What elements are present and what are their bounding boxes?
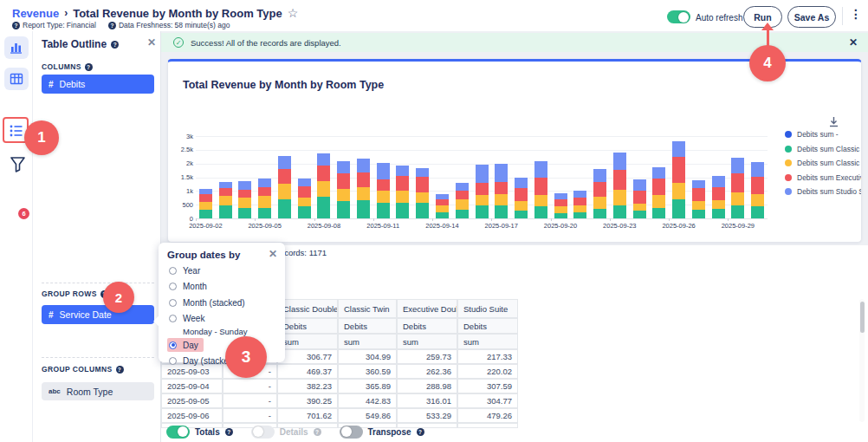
- bar-segment-classic-double[interactable]: [613, 205, 626, 218]
- bar-segment-classic-double[interactable]: [258, 208, 271, 218]
- table-header-cell: Classic Twin: [338, 299, 397, 318]
- auto-refresh-toggle[interactable]: [667, 10, 690, 23]
- annotation-arrow-head: [761, 23, 774, 30]
- legend-item-studio-suite[interactable]: Debits sum Studio Suit...: [785, 185, 861, 199]
- section-divider: [42, 283, 154, 283]
- bar-segment-classic-double[interactable]: [712, 209, 725, 218]
- table-view-icon[interactable]: [4, 68, 29, 90]
- bar-segment-classic-double[interactable]: [476, 205, 489, 218]
- y-axis-tick-label: 1.5k: [167, 173, 193, 181]
- table-cell: 307.59: [457, 379, 518, 393]
- chart-view-icon[interactable]: [4, 36, 29, 59]
- legend-item-executive-double[interactable]: Debits sum Executive D...: [785, 171, 861, 185]
- popup-close-icon[interactable]: ✕: [269, 248, 277, 260]
- bar-segment-classic-double[interactable]: [199, 210, 212, 218]
- table-cell: 549.86: [338, 408, 397, 423]
- table-cell: 701.62: [277, 408, 338, 423]
- gridline: [196, 136, 768, 137]
- bar-segment-classic-double[interactable]: [573, 212, 586, 218]
- x-axis-tick: [314, 218, 315, 221]
- bar-segment-classic-double[interactable]: [692, 210, 705, 218]
- text-type-icon: abc: [49, 387, 61, 395]
- filter-icon[interactable]: [8, 154, 27, 175]
- bar-segment-classic-double[interactable]: [337, 201, 350, 218]
- table-header-cell: sum: [457, 334, 518, 349]
- group-option-month-stacked-[interactable]: Month (stacked): [167, 296, 250, 309]
- bar-segment-classic-double[interactable]: [357, 200, 370, 218]
- radio-button[interactable]: [169, 267, 177, 275]
- bar-segment-classic-double[interactable]: [416, 203, 429, 218]
- bar-segment-classic-double[interactable]: [593, 209, 606, 218]
- bar-segment-classic-double[interactable]: [731, 205, 744, 218]
- details-toggle[interactable]: [251, 426, 275, 439]
- breadcrumb: Revenue › Total Revenue by Month by Room…: [12, 6, 298, 20]
- bar-segment-classic-double[interactable]: [238, 208, 251, 218]
- group-option-day[interactable]: Day: [167, 338, 204, 352]
- bar-segment-classic-double[interactable]: [495, 205, 508, 218]
- pill-service-date[interactable]: # Service Date: [42, 305, 154, 324]
- details-help-icon[interactable]: ?: [314, 428, 321, 436]
- group-option-month[interactable]: Month: [167, 280, 212, 294]
- table-scrollbar[interactable]: [859, 299, 865, 422]
- bar-segment-classic-double[interactable]: [317, 197, 330, 218]
- table-header-cell: Studio Suite: [457, 299, 518, 318]
- bar-segment-classic-double[interactable]: [396, 203, 409, 218]
- data-freshness-help-icon[interactable]: ?: [108, 22, 116, 29]
- totals-help-icon[interactable]: ?: [225, 428, 233, 436]
- radio-button[interactable]: [169, 299, 177, 307]
- bar-segment-classic-double[interactable]: [633, 211, 646, 219]
- bar-segment-classic-double[interactable]: [219, 205, 232, 218]
- bar-segment-classic-double[interactable]: [377, 203, 390, 218]
- bar-segment-classic-double[interactable]: [672, 199, 685, 218]
- y-axis-tick-label: 1k: [167, 187, 193, 195]
- pill-room-type[interactable]: abc Room Type: [42, 382, 154, 400]
- panel-close-icon[interactable]: ✕: [147, 36, 156, 49]
- option-label: Day: [183, 341, 198, 350]
- breadcrumb-separator: ›: [64, 7, 68, 19]
- radio-button[interactable]: [169, 315, 177, 322]
- bar-segment-classic-double[interactable]: [751, 206, 764, 218]
- table-cell: 316.01: [397, 393, 457, 408]
- radio-button[interactable]: [169, 283, 177, 290]
- section-divider: [42, 357, 154, 358]
- transpose-help-icon[interactable]: ?: [417, 428, 424, 436]
- page-title: Total Revenue by Month by Room Type: [73, 7, 282, 20]
- panel-help-icon[interactable]: ?: [111, 41, 119, 49]
- group-option-week[interactable]: Week: [167, 312, 210, 326]
- group-option-year[interactable]: Year: [167, 263, 205, 277]
- popup-title: Group dates by: [167, 250, 276, 260]
- left-icon-rail: 6: [0, 31, 33, 442]
- favorite-star-icon[interactable]: ☆: [288, 6, 299, 20]
- bar-segment-classic-double[interactable]: [534, 206, 547, 218]
- radio-button[interactable]: [169, 357, 177, 365]
- legend-item--[interactable]: Debits sum -: [785, 127, 861, 142]
- columns-help-icon[interactable]: ?: [85, 63, 93, 71]
- report-type-help-icon[interactable]: ?: [12, 22, 20, 29]
- totals-toggle[interactable]: [166, 426, 190, 439]
- bar-segment-classic-double[interactable]: [436, 212, 449, 218]
- table-cell: 217.33: [457, 349, 518, 364]
- breadcrumb-revenue-link[interactable]: Revenue: [12, 7, 59, 20]
- transpose-toggle[interactable]: [340, 426, 363, 439]
- x-axis-tick: [610, 218, 611, 221]
- bar-segment-classic-double[interactable]: [554, 213, 567, 218]
- x-axis-tick: [373, 218, 374, 221]
- table-cell: 220.02: [457, 364, 518, 379]
- legend-item-classic-twin[interactable]: Debits sum Classic Twi...: [785, 156, 861, 171]
- bar-segment-classic-double[interactable]: [515, 211, 528, 218]
- group-columns-help-icon[interactable]: ?: [116, 366, 124, 374]
- banner-close-icon[interactable]: ✕: [849, 36, 858, 49]
- scrollbar-thumb[interactable]: [860, 302, 865, 333]
- legend-item-classic-double[interactable]: Debits sum Classic Dou...: [785, 142, 861, 157]
- bar-segment-classic-double[interactable]: [456, 210, 469, 218]
- bar-segment-classic-double[interactable]: [278, 199, 291, 218]
- radio-button[interactable]: [169, 341, 177, 349]
- option-sub-label: Monday - Sunday: [183, 327, 276, 336]
- table-cell: [457, 423, 518, 428]
- save-as-button[interactable]: Save As: [787, 6, 836, 28]
- table-cell: -: [223, 379, 277, 393]
- bar-segment-classic-double[interactable]: [652, 208, 665, 218]
- pill-debits[interactable]: # Debits: [42, 75, 154, 94]
- more-options-kebab-icon[interactable]: ⋮: [850, 7, 862, 21]
- bar-segment-classic-double[interactable]: [298, 206, 311, 218]
